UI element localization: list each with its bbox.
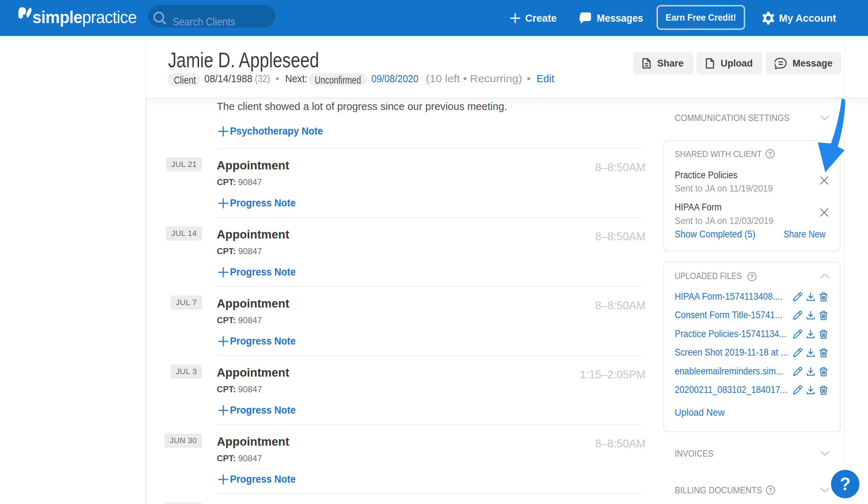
svg-text:?: ? <box>768 151 772 157</box>
svg-text:?: ? <box>750 273 754 280</box>
svg-text:?: ? <box>769 487 772 494</box>
